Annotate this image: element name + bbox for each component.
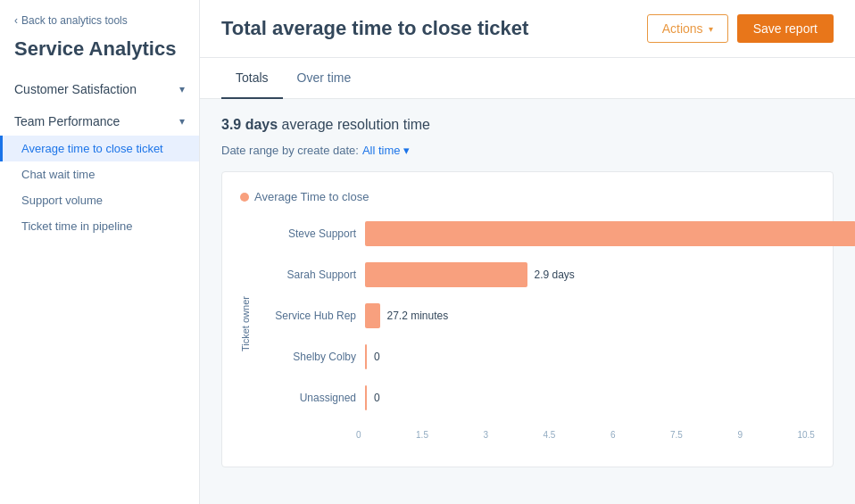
bar [365,344,367,369]
sidebar-section-team-performance-label: Team Performance [14,114,120,128]
bar-value: 2.9 days [535,269,575,281]
tab-over-time[interactable]: Over time [283,58,366,99]
x-tick: 0 [356,430,361,440]
content-area: 3.9 days average resolution time Date ra… [200,99,855,504]
chart-container: Average Time to close Ticket owner Steve… [221,171,834,467]
sidebar-items: Average time to close ticket Chat wait t… [0,136,199,239]
x-tick: 7.5 [670,430,683,440]
sidebar-title: Service Analytics [0,37,199,75]
header-actions: Actions ▾ Save report [647,14,834,43]
x-axis: 01.534.567.5910.5 [240,430,815,440]
tabs-bar: Totals Over time [200,58,855,99]
sidebar-item-avg-time[interactable]: Average time to close ticket [0,136,199,161]
x-tick: 10.5 [797,430,814,440]
back-link-label: Back to analytics tools [21,14,128,27]
date-range: Date range by create date: All time ▾ [221,144,834,157]
dropdown-arrow-icon: ▾ [709,24,713,34]
bar-row: Unassigned0 [258,385,855,410]
date-range-chevron-icon: ▾ [403,144,410,157]
sidebar-section-customer-satisfaction-label: Customer Satisfaction [14,82,137,96]
resolution-summary: 3.9 days average resolution time [221,117,834,133]
chevron-down-icon: ▾ [179,83,185,95]
bar-label: Unassigned [258,392,365,404]
bar [365,262,527,287]
sidebar-item-chat-wait[interactable]: Chat wait time [0,161,199,187]
bar-value: 0 [374,351,380,363]
main-header: Total average time to close ticket Actio… [200,0,855,58]
chart-body: Ticket owner Steve Support8.7 daysSarah … [240,221,815,426]
x-tick: 4.5 [544,430,556,440]
actions-button[interactable]: Actions ▾ [647,14,728,43]
date-range-link[interactable]: All time ▾ [362,144,410,157]
x-tick: 6 [610,430,616,440]
back-arrow-icon: ‹ [14,14,18,27]
bar-row: Shelby Colby0 [258,344,855,369]
x-tick: 1.5 [416,430,428,440]
resolution-description: average resolution time [282,117,430,132]
sidebar-item-support-volume[interactable]: Support volume [0,187,199,213]
tab-totals[interactable]: Totals [221,58,283,99]
bar-row: Steve Support8.7 days [258,221,855,246]
date-range-prefix: Date range by create date: [221,144,359,157]
bar-value: 0 [374,392,380,404]
sidebar-section-team-performance-header[interactable]: Team Performance ▾ [0,107,199,136]
chart-legend: Average Time to close [240,190,815,203]
chevron-up-icon: ▾ [179,115,185,128]
bar-wrapper: 27.2 minutes [365,303,855,328]
bar-label: Shelby Colby [258,351,365,363]
actions-button-label: Actions [662,21,703,36]
bar-label: Service Hub Rep [258,310,365,322]
legend-label: Average Time to close [254,190,369,203]
bar-row: Sarah Support2.9 days [258,262,855,287]
sidebar: ‹ Back to analytics tools Service Analyt… [0,0,200,504]
bar-wrapper: 2.9 days [365,262,855,287]
bar [365,303,380,328]
main-content: Total average time to close ticket Actio… [200,0,855,504]
save-report-button[interactable]: Save report [737,14,834,43]
bar-wrapper: 0 [365,344,855,369]
bars-area: Steve Support8.7 daysSarah Support2.9 da… [258,221,855,426]
x-tick: 3 [483,430,488,440]
y-axis-label: Ticket owner [240,221,251,426]
sidebar-section-customer-satisfaction-header[interactable]: Customer Satisfaction ▾ [0,75,199,103]
bar-row: Service Hub Rep27.2 minutes [258,303,855,328]
x-tick: 9 [737,430,743,440]
date-range-value: All time [362,144,401,157]
page-title: Total average time to close ticket [221,17,528,40]
bar-label: Sarah Support [258,269,365,281]
sidebar-section-team-performance: Team Performance ▾ Average time to close… [0,107,199,239]
legend-dot-icon [240,193,249,202]
bar-wrapper: 8.7 days [365,221,855,246]
bar-label: Steve Support [258,227,365,240]
bar [365,221,855,246]
sidebar-item-ticket-pipeline[interactable]: Ticket time in pipeline [0,213,199,239]
resolution-value: 3.9 days [221,117,278,132]
bar [365,385,367,410]
sidebar-section-customer-satisfaction: Customer Satisfaction ▾ [0,75,199,103]
bar-wrapper: 0 [365,385,855,410]
back-link[interactable]: ‹ Back to analytics tools [0,14,199,37]
bar-value: 27.2 minutes [387,310,449,322]
